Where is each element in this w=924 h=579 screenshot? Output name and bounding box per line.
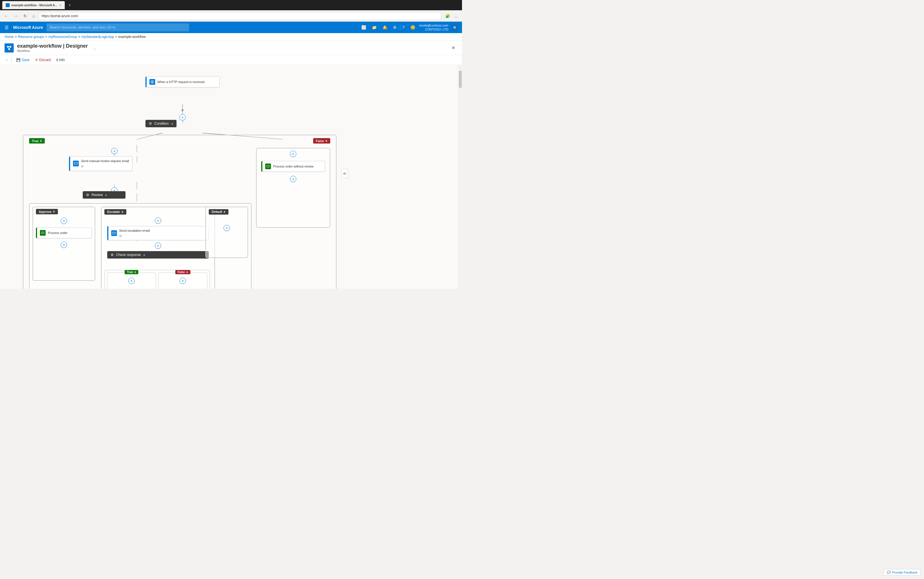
- hamburger-menu[interactable]: ☰: [3, 24, 10, 31]
- true-label-text: True: [32, 139, 39, 143]
- true-branch-label[interactable]: True ∧: [29, 138, 45, 144]
- send-review-email-label: Send manual review request email ⛓: [81, 159, 129, 168]
- breadcrumb: Home > Resource groups > myResourceGroup…: [0, 33, 462, 41]
- add-btn-1[interactable]: +: [179, 114, 186, 120]
- default-container: Default ∧ +: [205, 207, 248, 258]
- info-button[interactable]: ℹ Info: [54, 57, 67, 63]
- default-header: Default ∧: [206, 207, 248, 216]
- false-branch-label[interactable]: False ∧: [313, 138, 330, 144]
- condition-icon: ⚙: [149, 121, 152, 126]
- process-without-review-icon: [265, 164, 271, 169]
- bc-workflow: example-workflow: [118, 35, 146, 39]
- svg-rect-1: [10, 46, 11, 47]
- default-label: Default: [212, 210, 222, 213]
- discard-label: Discard: [39, 58, 51, 62]
- nav-back[interactable]: ←: [2, 13, 10, 20]
- nav-feedback[interactable]: 😊: [409, 24, 417, 31]
- user-avatar[interactable]: N: [451, 23, 459, 31]
- false-side-container: + Process order without review +: [256, 148, 330, 228]
- check-response-node[interactable]: ⚙ Check response ∧: [101, 250, 215, 260]
- azure-logo: Microsoft Azure: [13, 25, 43, 30]
- save-button[interactable]: 💾 Save: [14, 57, 32, 63]
- bc-resource-groups[interactable]: Resource groups: [18, 35, 44, 39]
- bc-resource-group[interactable]: myResourceGroup: [48, 35, 77, 39]
- browser-extensions[interactable]: 🧩: [443, 13, 452, 20]
- active-tab[interactable]: example-workflow - Microsoft A... ✕: [2, 1, 65, 9]
- escalation-email-icon: [111, 230, 117, 236]
- new-tab-btn[interactable]: +: [67, 3, 72, 8]
- nav-directory[interactable]: 📁: [370, 24, 378, 31]
- nav-cloud-shell[interactable]: ⬜: [360, 24, 368, 31]
- nav-help[interactable]: ?: [401, 24, 406, 31]
- process-without-review-label: Process order without review: [273, 164, 313, 168]
- add-btn-false-top[interactable]: +: [290, 150, 296, 157]
- browser-chrome: example-workflow - Microsoft A... ✕ +: [0, 0, 462, 10]
- scroll-thumb[interactable]: [459, 71, 462, 88]
- nav-settings[interactable]: ⚙: [391, 24, 398, 31]
- send-review-email-node[interactable]: Send manual review request email ⛓: [69, 156, 132, 171]
- azure-search[interactable]: [46, 23, 189, 31]
- review-container: Approve ∧ +: [29, 203, 251, 289]
- review-label: Review: [91, 193, 103, 197]
- add-btn-approve-top[interactable]: +: [61, 218, 67, 224]
- more-options-btn[interactable]: ...: [91, 45, 98, 51]
- designer-canvas[interactable]: When a HTTP request is received + ⚙ Cond…: [0, 65, 458, 289]
- add-btn-true2[interactable]: +: [128, 278, 135, 284]
- bc-logic-app[interactable]: myStandardLogicApp: [81, 35, 114, 39]
- browser-more[interactable]: ...: [453, 13, 460, 20]
- add-btn-escalate-top[interactable]: +: [155, 218, 161, 224]
- false2-container: False ∧ +: [158, 273, 207, 289]
- toolbar: › 💾 Save ✕ Discard ℹ Info: [0, 55, 462, 65]
- nav-forward[interactable]: →: [12, 13, 20, 20]
- sidebar-toggle[interactable]: ›: [5, 57, 9, 63]
- check-response-label: Check response: [116, 253, 141, 257]
- add-btn-default[interactable]: +: [223, 225, 230, 231]
- svg-rect-2: [8, 48, 10, 50]
- add-btn-false2[interactable]: +: [180, 278, 186, 284]
- condition-node[interactable]: ⚙ Condition ∧: [145, 120, 176, 127]
- bc-home[interactable]: Home: [5, 35, 14, 39]
- expand-panel[interactable]: ≪: [341, 169, 348, 178]
- add-escalate-top: +: [101, 216, 215, 225]
- true-chevron: ∧: [40, 139, 42, 143]
- escalate-chevron: ∧: [121, 210, 124, 214]
- add-btn-false-bottom[interactable]: +: [290, 176, 296, 182]
- process-order-node[interactable]: Process order: [33, 226, 95, 240]
- canvas-inner: When a HTTP request is received + ⚙ Cond…: [6, 71, 348, 289]
- info-label: Info: [59, 58, 65, 62]
- review-chevron: ∧: [105, 193, 107, 196]
- nav-home[interactable]: ⌂: [31, 13, 36, 20]
- browser-controls: ← → ↻ ⌂ 🧩 ...: [0, 10, 462, 22]
- trigger-node[interactable]: When a HTTP request is received: [145, 77, 220, 87]
- discard-button[interactable]: ✕ Discard: [33, 57, 53, 63]
- review-icon: ⚙: [86, 193, 89, 197]
- condition-container: True ∧ False ∧ +: [23, 135, 337, 289]
- add-btn-escalate-mid[interactable]: +: [155, 242, 161, 249]
- process-order-icon: [40, 230, 46, 236]
- true2-label: True: [127, 270, 133, 274]
- tab-close[interactable]: ✕: [59, 4, 61, 7]
- nav-notifications[interactable]: 🔔: [381, 24, 389, 31]
- process-without-review-node[interactable]: Process order without review: [257, 159, 330, 173]
- send-escalation-label: Send escalation email: [119, 229, 150, 232]
- approve-header: Approve ∧: [33, 207, 95, 216]
- info-icon: ℹ: [57, 58, 58, 62]
- false-chevron: ∧: [325, 139, 328, 143]
- nav-refresh[interactable]: ↻: [22, 13, 29, 20]
- approve-chevron: ∧: [53, 210, 55, 213]
- page-header: example-workflow | Designer Workflow ...…: [0, 41, 462, 55]
- vertical-scrollbar[interactable]: [458, 65, 462, 289]
- tab-label: example-workflow - Microsoft A...: [11, 3, 57, 7]
- trigger-icon: [150, 79, 155, 85]
- true2-container: True ∧ +: [107, 273, 156, 289]
- review-node[interactable]: ⚙ Review ∧: [83, 191, 125, 199]
- send-escalation-node[interactable]: Send escalation email ⛓: [101, 225, 215, 242]
- add-btn-true-top[interactable]: +: [111, 148, 117, 154]
- add-false2: +: [158, 273, 207, 289]
- add-true2: +: [107, 273, 156, 289]
- url-bar[interactable]: [39, 12, 441, 20]
- add-btn-approve-bottom[interactable]: +: [61, 242, 67, 248]
- add-after-trigger: +: [179, 108, 186, 123]
- add-default: +: [206, 216, 248, 240]
- close-btn[interactable]: ✕: [449, 44, 458, 52]
